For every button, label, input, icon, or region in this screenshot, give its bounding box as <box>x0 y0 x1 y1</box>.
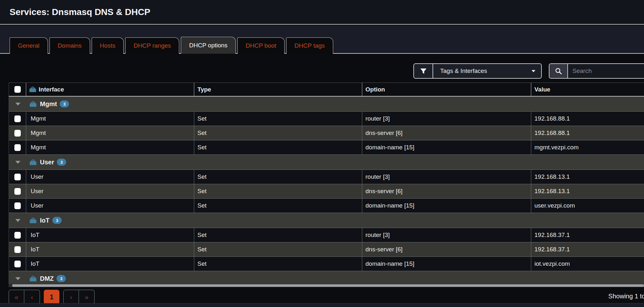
row-checkbox[interactable] <box>14 115 21 122</box>
cell-option: dns-server [6] <box>362 184 531 198</box>
row-checkbox[interactable] <box>14 246 21 253</box>
group-row-iot[interactable]: IoT3 <box>9 213 644 228</box>
ethernet-icon <box>29 276 37 282</box>
collapse-caret-icon[interactable] <box>15 161 20 164</box>
cell-interface: User <box>26 170 194 184</box>
table-row: MgmtSetrouter [3]192.168.88.1 <box>9 112 644 126</box>
filter-button[interactable] <box>414 64 433 78</box>
cell-value: 192.168.88.1 <box>531 112 644 126</box>
tab-hosts[interactable]: Hosts <box>92 37 124 54</box>
row-checkbox-cell <box>9 242 26 256</box>
cell-interface: User <box>26 199 194 213</box>
cell-interface: Mgmt <box>26 140 194 154</box>
filter-dropdown[interactable]: Tags & Interfaces <box>433 64 541 78</box>
cell-value: 192.168.13.1 <box>531 184 644 198</box>
group-row-mgmt[interactable]: Mgmt3 <box>9 97 644 112</box>
cell-value: user.vezpi.com <box>531 199 644 213</box>
select-all-checkbox[interactable] <box>14 86 21 93</box>
tab-bar: GeneralDomainsHostsDHCP rangesDHCP optio… <box>0 25 644 54</box>
row-checkbox[interactable] <box>14 261 21 267</box>
search-button[interactable] <box>549 64 568 78</box>
dhcp-options-table: Interface Type Option Value Mgmt3MgmtSet… <box>9 83 644 284</box>
cell-interface: Mgmt <box>26 112 194 126</box>
pagination-last-button[interactable]: » <box>79 290 95 304</box>
cell-option: domain-name [15] <box>362 257 531 271</box>
group-count-badge: 3 <box>60 100 69 107</box>
tab-domains[interactable]: Domains <box>50 37 90 54</box>
horizontal-scrollbar-thumb[interactable] <box>12 284 644 287</box>
filter-dropdown-label: Tags & Interfaces <box>440 67 487 75</box>
tab-dhcp-ranges[interactable]: DHCP ranges <box>125 37 179 54</box>
group-row-user[interactable]: User3 <box>9 155 644 170</box>
group-name: Mgmt <box>40 100 57 108</box>
ethernet-icon <box>29 86 36 92</box>
pagination-page-1-button[interactable]: 1 <box>44 290 59 304</box>
group-count-badge: 3 <box>57 159 66 166</box>
group-count-badge: 3 <box>52 217 62 224</box>
group-count-badge: 3 <box>57 275 66 282</box>
row-checkbox-cell <box>9 199 26 213</box>
page-header: Services: Dnsmasq DNS & DHCP <box>0 0 644 25</box>
pagination-next-button[interactable]: › <box>63 290 79 304</box>
row-checkbox-cell <box>9 112 26 126</box>
collapse-caret-icon[interactable] <box>15 103 20 106</box>
cell-value: iot.vezpi.com <box>531 257 644 271</box>
cell-interface: IoT <box>26 242 194 256</box>
search-input[interactable] <box>568 64 644 78</box>
cell-value: mgmt.vezpi.com <box>531 140 644 154</box>
column-label-type: Type <box>197 86 211 93</box>
tab-general[interactable]: General <box>10 37 48 54</box>
row-checkbox[interactable] <box>14 202 21 209</box>
column-header-value[interactable]: Value <box>531 83 644 96</box>
table-body: Mgmt3MgmtSetrouter [3]192.168.88.1MgmtSe… <box>9 97 644 284</box>
row-checkbox-cell <box>9 228 26 242</box>
tab-dhcp-boot[interactable]: DHCP boot <box>237 37 285 54</box>
table-row: MgmtSetdns-server [6]192.168.88.1 <box>9 126 644 140</box>
cell-option: domain-name [15] <box>362 140 531 154</box>
cell-interface: IoT <box>26 228 194 242</box>
row-checkbox[interactable] <box>14 130 21 137</box>
row-checkbox[interactable] <box>14 174 21 180</box>
collapse-caret-icon[interactable] <box>15 277 20 280</box>
page-bottom-band <box>0 303 644 307</box>
table-row: UserSetdns-server [6]192.168.13.1 <box>9 184 644 199</box>
cell-type: Set <box>194 242 362 256</box>
cell-type: Set <box>194 228 362 242</box>
cell-interface: Mgmt <box>26 126 194 140</box>
cell-interface: User <box>26 184 194 198</box>
row-checkbox[interactable] <box>14 232 21 239</box>
cell-interface: IoT <box>26 257 194 271</box>
column-label-interface: Interface <box>39 86 64 93</box>
row-checkbox[interactable] <box>14 188 21 195</box>
group-row-dmz[interactable]: DMZ3 <box>9 271 644 284</box>
cell-type: Set <box>194 126 362 140</box>
column-header-type[interactable]: Type <box>194 83 362 96</box>
ethernet-icon <box>29 101 37 107</box>
tab-dhcp-options[interactable]: DHCP options <box>181 37 236 54</box>
tab-dhcp-tags[interactable]: DHCP tags <box>286 37 333 54</box>
table-header-row: Interface Type Option Value <box>9 83 644 97</box>
row-checkbox[interactable] <box>14 144 21 151</box>
cell-option: dns-server [6] <box>362 242 531 256</box>
tabs-container: GeneralDomainsHostsDHCP rangesDHCP optio… <box>10 37 335 54</box>
cell-type: Set <box>194 170 362 184</box>
pagination-prev-button[interactable]: ‹ <box>24 290 40 304</box>
cell-value: 192.168.13.1 <box>531 170 644 184</box>
cell-option: domain-name [15] <box>362 199 531 213</box>
group-name: DMZ <box>40 275 54 282</box>
cell-option: dns-server [6] <box>362 126 531 140</box>
chevron-down-icon <box>532 70 535 72</box>
horizontal-scrollbar-track <box>9 284 644 287</box>
collapse-caret-icon[interactable] <box>15 219 20 222</box>
column-header-option[interactable]: Option <box>362 83 531 96</box>
table-row: UserSetrouter [3]192.168.13.1 <box>9 170 644 184</box>
pagination-first-button[interactable]: « <box>9 290 24 304</box>
cell-option: router [3] <box>362 112 531 126</box>
cell-value: 192.168.37.1 <box>531 242 644 256</box>
table-toolbar: Tags & Interfaces <box>413 63 644 79</box>
table-row: MgmtSetdomain-name [15]mgmt.vezpi.com <box>9 140 644 155</box>
column-header-interface[interactable]: Interface <box>26 83 194 96</box>
cell-type: Set <box>194 140 362 154</box>
cell-option: router [3] <box>362 228 531 242</box>
header-checkbox-cell <box>9 83 26 96</box>
